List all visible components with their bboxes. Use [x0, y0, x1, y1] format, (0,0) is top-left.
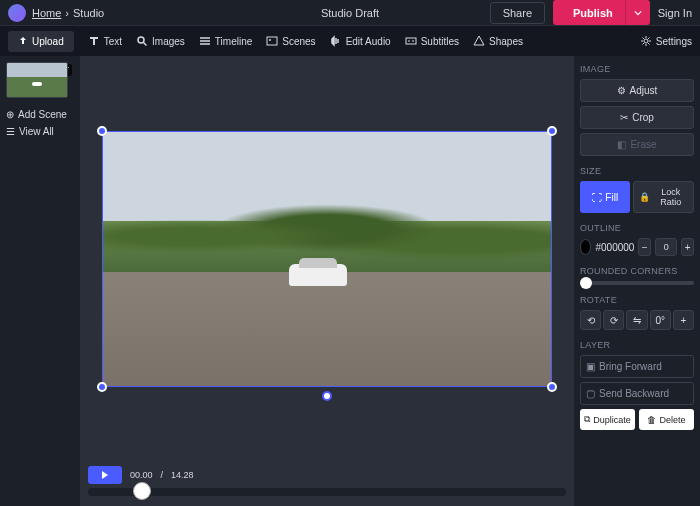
canvas-image: [102, 131, 552, 387]
svg-point-4: [644, 39, 648, 43]
rotate-add[interactable]: +: [673, 310, 694, 330]
play-button[interactable]: [88, 466, 122, 484]
outline-color-value: #000000: [595, 242, 634, 253]
thumb-image: [6, 62, 68, 98]
time-current: 00.00: [130, 470, 153, 480]
svg-rect-1: [267, 37, 277, 45]
tool-subtitles[interactable]: Subtitles: [405, 35, 459, 47]
crop-icon: ✂: [620, 112, 628, 123]
section-rotate-label: ROTATE: [580, 295, 694, 305]
upload-button[interactable]: Upload: [8, 31, 74, 52]
selected-image[interactable]: [102, 131, 552, 387]
section-layer-label: LAYER: [580, 340, 694, 350]
timeline-icon: [199, 35, 211, 47]
slider-thumb[interactable]: [580, 277, 592, 289]
scene-thumbnail[interactable]: 14s ⧉🗑: [6, 62, 74, 98]
left-panel: 14s ⧉🗑 ⊕Add Scene ☰View All: [0, 56, 80, 506]
properties-panel: IMAGE ⚙Adjust ✂Crop ◧Erase SIZE ⛶Fill 🔒L…: [574, 56, 700, 506]
adjust-button[interactable]: ⚙Adjust: [580, 79, 694, 102]
trash-icon: 🗑: [647, 415, 656, 425]
duplicate-button[interactable]: ⧉Duplicate: [580, 409, 635, 430]
svg-rect-3: [406, 38, 416, 44]
rotate-angle[interactable]: 0°: [650, 310, 671, 330]
resize-handle-tr[interactable]: [547, 126, 557, 136]
signin-link[interactable]: Sign In: [658, 7, 692, 19]
lock-icon: 🔒: [639, 192, 650, 202]
gear-icon: [640, 35, 652, 47]
time-sep: /: [161, 470, 164, 480]
expand-icon: ⛶: [592, 192, 602, 203]
view-all-button[interactable]: ☰View All: [6, 123, 74, 140]
breadcrumb-home[interactable]: Home: [32, 7, 61, 19]
outline-width-input[interactable]: [655, 238, 677, 256]
tool-timeline[interactable]: Timeline: [199, 35, 252, 47]
timeline-track[interactable]: [88, 488, 566, 496]
erase-button[interactable]: ◧Erase: [580, 133, 694, 156]
svg-point-0: [138, 37, 144, 43]
canvas-area[interactable]: 00.00 / 14.28: [80, 56, 574, 506]
outline-color-swatch[interactable]: [580, 239, 591, 255]
section-image-label: IMAGE: [580, 64, 694, 74]
svg-point-2: [269, 39, 271, 41]
list-icon: ☰: [6, 126, 15, 137]
search-icon: [136, 35, 148, 47]
rounded-slider[interactable]: [580, 281, 694, 285]
shapes-icon: [473, 35, 485, 47]
timeline-bar: 00.00 / 14.28: [80, 462, 574, 506]
settings-button[interactable]: Settings: [640, 35, 692, 47]
crop-button[interactable]: ✂Crop: [580, 106, 694, 129]
breadcrumb: Home › Studio: [32, 7, 104, 19]
toolbar: Upload Text Images Timeline Scenes Edit …: [0, 26, 700, 56]
audio-icon: [330, 35, 342, 47]
outline-plus[interactable]: +: [681, 238, 694, 256]
tool-audio[interactable]: Edit Audio: [330, 35, 391, 47]
section-rounded-label: ROUNDED CORNERS: [580, 266, 694, 276]
tool-scenes[interactable]: Scenes: [266, 35, 315, 47]
upload-icon: [18, 36, 28, 46]
playhead[interactable]: [133, 482, 151, 500]
bring-forward-button[interactable]: ▣Bring Forward: [580, 355, 694, 378]
duplicate-icon: ⧉: [584, 414, 590, 425]
section-outline-label: OUTLINE: [580, 223, 694, 233]
fill-button[interactable]: ⛶Fill: [580, 181, 630, 213]
breadcrumb-current: Studio: [73, 7, 104, 19]
tool-text[interactable]: Text: [88, 35, 122, 47]
rotate-ccw[interactable]: ⟲: [580, 310, 601, 330]
rotate-cw[interactable]: ⟳: [603, 310, 624, 330]
rotate-handle[interactable]: [322, 391, 332, 401]
send-backward-button[interactable]: ▢Send Backward: [580, 382, 694, 405]
delete-button[interactable]: 🗑Delete: [639, 409, 694, 430]
upload-label: Upload: [32, 36, 64, 47]
top-bar: Home › Studio Studio Draft Share Publish…: [0, 0, 700, 26]
scenes-icon: [266, 35, 278, 47]
tool-images[interactable]: Images: [136, 35, 185, 47]
backward-icon: ▢: [586, 388, 595, 399]
resize-handle-br[interactable]: [547, 382, 557, 392]
forward-icon: ▣: [586, 361, 595, 372]
tool-shapes[interactable]: Shapes: [473, 35, 523, 47]
share-button[interactable]: Share: [490, 2, 545, 24]
sliders-icon: ⚙: [617, 85, 626, 96]
time-total: 14.28: [171, 470, 194, 480]
project-title[interactable]: Studio Draft: [321, 7, 379, 19]
erase-icon: ◧: [617, 139, 626, 150]
section-size-label: SIZE: [580, 166, 694, 176]
resize-handle-tl[interactable]: [97, 126, 107, 136]
app-logo[interactable]: [8, 4, 26, 22]
plus-icon: ⊕: [6, 109, 14, 120]
publish-dropdown[interactable]: [625, 0, 650, 25]
subtitles-icon: [405, 35, 417, 47]
add-scene-button[interactable]: ⊕Add Scene: [6, 106, 74, 123]
breadcrumb-sep: ›: [65, 7, 69, 19]
flip-button[interactable]: ⇋: [626, 310, 647, 330]
outline-minus[interactable]: −: [638, 238, 651, 256]
lock-ratio-button[interactable]: 🔒Lock Ratio: [633, 181, 694, 213]
publish-button[interactable]: Publish: [553, 0, 633, 25]
text-icon: [88, 35, 100, 47]
resize-handle-bl[interactable]: [97, 382, 107, 392]
